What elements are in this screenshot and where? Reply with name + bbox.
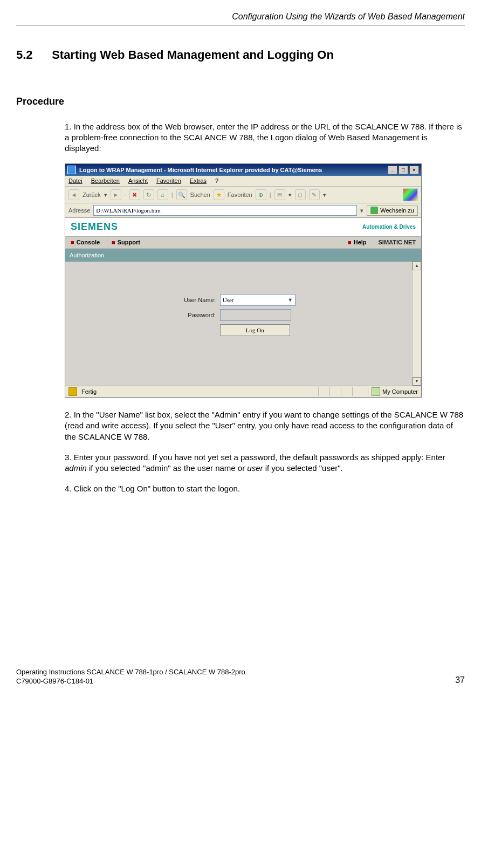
ie-icon [67,166,76,174]
authorization-header: Authorization [65,249,421,262]
step3-part-b: if you selected "admin" as the user name… [87,463,247,473]
close-button[interactable]: × [409,166,419,174]
simatic-net-label: SIMATIC NET [379,238,416,247]
address-bar: Adresse ▾ Wechseln zu [65,203,421,218]
section-title: Starting Web Based Management and Loggin… [52,48,334,61]
status-icon [68,387,77,396]
window-title: Logon to WRAP Management - Microsoft Int… [79,166,322,174]
go-icon [370,207,378,214]
mail-icon[interactable]: ✉ [274,189,285,200]
nav-console[interactable]: ■Console [71,238,100,247]
minimize-button[interactable]: _ [388,166,397,174]
step-1: 1. In the address box of the Web browser… [65,121,465,154]
menu-extras[interactable]: Extras [190,177,207,185]
maximize-button[interactable]: □ [398,166,408,174]
username-select[interactable]: User ▼ [220,294,296,306]
header-rule [16,25,465,25]
password-label: Password: [184,311,216,319]
favorites-label: Favoriten [228,191,252,199]
address-input[interactable] [93,205,357,216]
status-bar: Fertig My Computer [65,386,421,397]
go-button[interactable]: Wechseln zu [367,206,418,216]
menu-datei[interactable]: Datei [68,177,83,185]
search-icon[interactable]: 🔍 [176,189,187,200]
zone-label: My Computer [382,388,418,396]
step3-part-c: if you selected "user". [263,463,343,473]
scroll-down-icon[interactable]: ▼ [413,377,421,386]
siemens-logo: SIEMENS [71,220,118,233]
status-text: Fertig [81,388,97,396]
step-3: 3. Enter your password. If you have not … [65,452,465,474]
password-input[interactable] [220,309,291,321]
step3-user: user [247,463,263,473]
step-2: 2. In the "User Name" list box, select t… [65,409,465,442]
media-icon[interactable]: ⊕ [256,189,266,200]
separator: | [270,191,271,199]
nav-bar: ■Console ■Support ■Help SIMATIC NET [65,236,421,249]
forward-icon[interactable]: ► [111,189,121,200]
nav-support[interactable]: ■Support [112,238,140,247]
brand-row: SIEMENS Automation & Drives [65,218,421,236]
screenshot-logon-dialog: Logon to WRAP Management - Microsoft Int… [65,163,422,398]
footer-line-2: C79000-G8976-C184-01 [16,676,465,686]
menu-help[interactable]: ? [215,177,218,185]
edit-icon[interactable]: ✎ [309,189,320,200]
step-4: 4. Click on the "Log On" button to start… [65,483,465,494]
separator: | [171,191,173,199]
footer-line-1: Operating Instructions SCALANCE W 788-1p… [16,667,465,677]
address-label: Adresse [68,207,90,215]
username-label: User Name: [184,296,216,304]
step3-admin: admin [65,463,87,473]
menu-bar: Datei Bearbeiten Ansicht Favoriten Extra… [65,176,421,187]
dropdown-caret-icon[interactable]: ▾ [360,207,363,215]
menu-bearbeiten[interactable]: Bearbeiten [91,177,120,185]
step3-part-a: 3. Enter your password. If you have not … [65,453,445,462]
logon-button[interactable]: Log On [220,324,290,336]
go-label: Wechseln zu [380,207,414,215]
computer-icon [372,387,380,396]
dropdown-caret-icon[interactable]: ▾ [323,191,326,199]
section-heading: 5.2 Starting Web Based Management and Lo… [16,47,465,63]
stop-icon[interactable]: ✖ [129,189,140,200]
window-titlebar: Logon to WRAP Management - Microsoft Int… [65,164,421,176]
windows-flag-icon [403,188,418,201]
favorites-icon[interactable]: ★ [214,189,224,200]
scroll-up-icon[interactable]: ▲ [413,262,421,270]
logon-form: User Name: User ▼ Password: Log On [184,294,296,336]
username-value: User [223,297,234,303]
menu-favoriten[interactable]: Favoriten [156,177,181,185]
home-icon[interactable]: ⌂ [157,189,168,200]
dropdown-caret-icon[interactable]: ▾ [104,191,107,199]
toolbar: ◄ Zurück ▾ ► · ✖ ↻ ⌂ | 🔍 Suchen ★ Favori… [65,187,421,203]
page-footer: Operating Instructions SCALANCE W 788-1p… [16,667,465,686]
nav-help[interactable]: ■Help [348,238,367,247]
search-label: Suchen [190,191,210,199]
back-label: Zurück [83,191,101,199]
vertical-scrollbar[interactable]: ▲ ▼ [412,262,421,386]
dropdown-caret-icon[interactable]: ▾ [288,191,292,199]
separator: · [125,191,126,199]
content-canvas: User Name: User ▼ Password: Log On ▲ ▼ [65,262,421,386]
zone-indicator: My Computer [368,387,418,396]
section-number: 5.2 [16,47,49,63]
page-number: 37 [455,674,465,686]
back-icon[interactable]: ◄ [68,189,79,200]
procedure-heading: Procedure [16,95,465,108]
print-icon[interactable]: ⎙ [295,189,306,200]
automation-drives-label: Automation & Drives [362,224,416,230]
menu-ansicht[interactable]: Ansicht [128,177,148,185]
chevron-down-icon: ▼ [288,297,293,303]
refresh-icon[interactable]: ↻ [143,189,154,200]
running-header: Configuration Using the Wizards of Web B… [16,11,465,23]
